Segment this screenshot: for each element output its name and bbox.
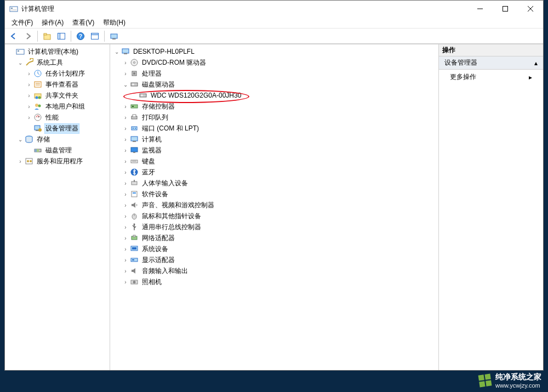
expand-icon[interactable]: › [121, 137, 130, 143]
tree-task-scheduler[interactable]: ›任务计划程序 [5, 68, 110, 79]
dev-soft-devices[interactable]: ›软件设备 [110, 189, 438, 200]
tree-services-apps[interactable]: ›服务和应用程序 [5, 156, 110, 167]
dev-bluetooth[interactable]: ›蓝牙 [110, 167, 438, 178]
dev-print-queue[interactable]: ›打印队列 [110, 112, 438, 123]
expand-icon[interactable]: › [121, 180, 130, 186]
dev-computer[interactable]: ›计算机 [110, 134, 438, 145]
back-button[interactable] [7, 30, 20, 43]
tree-device-manager[interactable]: 设备管理器 [5, 123, 110, 134]
collapse-icon[interactable]: ⌄ [121, 82, 130, 88]
expand-icon[interactable]: › [121, 126, 130, 132]
tree-system-tools[interactable]: ⌄系统工具 [5, 57, 110, 68]
up-button[interactable] [41, 30, 54, 43]
event-icon [33, 80, 42, 89]
dev-audio-io[interactable]: ›音频输入和输出 [110, 265, 438, 276]
expand-icon[interactable]: › [25, 93, 33, 99]
dev-camera[interactable]: ›照相机 [110, 276, 438, 287]
computer-icon [130, 135, 139, 144]
expand-icon[interactable]: › [121, 213, 130, 219]
dev-network[interactable]: ›网络适配器 [110, 232, 438, 243]
dev-disk-drives[interactable]: ⌄磁盘驱动器 [110, 79, 438, 90]
dev-audio[interactable]: ›声音、视频和游戏控制器 [110, 200, 438, 211]
svg-rect-65 [134, 180, 135, 182]
expand-icon[interactable]: › [121, 191, 130, 197]
tree-shared-folders[interactable]: ›共享文件夹 [5, 90, 110, 101]
expand-icon[interactable]: › [121, 279, 130, 285]
expand-icon[interactable]: › [121, 158, 130, 164]
expand-icon[interactable]: › [121, 224, 130, 230]
left-tree-panel: 计算机管理(本地) ⌄系统工具 ›任务计划程序 ›事件查看器 ›共享文件夹 ›本… [5, 44, 110, 370]
scan-button[interactable] [107, 30, 121, 43]
more-actions[interactable]: 更多操作 ▸ [439, 70, 543, 84]
window-title: 计算机管理 [21, 4, 467, 14]
expand-icon[interactable]: › [121, 71, 130, 77]
tree-event-viewer[interactable]: ›事件查看器 [5, 79, 110, 90]
dev-storage-ctrl[interactable]: ›存储控制器 [110, 101, 438, 112]
dev-processor[interactable]: ›处理器 [110, 68, 438, 79]
collapse-icon[interactable]: ⌄ [16, 60, 25, 66]
svg-point-49 [141, 94, 143, 96]
display-adapter-icon [130, 255, 139, 264]
dev-mouse[interactable]: ›鼠标和其他指针设备 [110, 211, 438, 221]
dev-sys-devices[interactable]: ›系统设备 [110, 243, 438, 254]
close-button[interactable] [518, 1, 543, 17]
tree-performance[interactable]: ›性能 [5, 112, 110, 123]
chevron-right-icon: ▸ [529, 73, 532, 81]
collapse-icon[interactable]: ⌄ [16, 137, 25, 143]
expand-icon[interactable]: › [25, 82, 33, 88]
expand-icon[interactable]: › [121, 104, 130, 110]
tree-root-local[interactable]: 计算机管理(本地) [5, 46, 110, 57]
expand-icon[interactable]: › [25, 71, 33, 77]
svg-rect-75 [132, 247, 136, 249]
help-button[interactable]: ? [74, 30, 87, 43]
expand-icon[interactable]: › [121, 115, 130, 121]
expand-icon[interactable]: › [121, 246, 130, 252]
tree-storage[interactable]: ⌄存储 [5, 134, 110, 145]
dev-display[interactable]: ›显示适配器 [110, 254, 438, 265]
menu-action[interactable]: 操作(A) [37, 17, 68, 29]
forward-button[interactable] [21, 30, 35, 43]
svg-rect-40 [122, 49, 129, 53]
collapse-icon: ▴ [534, 59, 538, 67]
dev-dvd[interactable]: ›DVD/CD-ROM 驱动器 [110, 57, 438, 68]
properties-button[interactable] [88, 30, 101, 43]
title-bar: 计算机管理 [5, 1, 543, 17]
svg-point-25 [38, 96, 41, 99]
expand-icon[interactable]: › [121, 60, 130, 66]
tree-local-users[interactable]: ›本地用户和组 [5, 101, 110, 112]
expand-icon[interactable]: › [16, 158, 25, 164]
svg-rect-20 [35, 82, 41, 87]
expand-icon[interactable]: › [25, 115, 33, 121]
dev-wdc-disk[interactable]: WDC WDS120G2G0A-00JH30 [110, 90, 438, 101]
show-hide-tree-button[interactable] [55, 30, 68, 43]
dev-monitor[interactable]: ›监视器 [110, 145, 438, 156]
menu-file[interactable]: 文件(F) [7, 17, 37, 29]
menu-help[interactable]: 帮助(H) [99, 17, 130, 29]
maximize-button[interactable] [493, 1, 518, 17]
tree-disk-mgmt[interactable]: 磁盘管理 [5, 145, 110, 156]
expand-icon[interactable]: › [121, 147, 130, 154]
svg-rect-2 [11, 9, 16, 10]
svg-point-79 [133, 281, 136, 283]
dev-ports[interactable]: ›端口 (COM 和 LPT) [110, 123, 438, 134]
svg-point-56 [135, 128, 136, 129]
expand-icon[interactable]: › [121, 235, 130, 241]
expand-icon[interactable]: › [121, 268, 130, 274]
svg-point-43 [134, 62, 135, 64]
expand-icon[interactable]: › [121, 202, 130, 208]
expand-icon[interactable]: › [25, 104, 33, 110]
expand-icon[interactable]: › [121, 169, 130, 175]
dev-root[interactable]: ⌄DESKTOP-HL0PLFL [110, 46, 438, 57]
minimize-button[interactable] [467, 1, 493, 17]
toolbar-separator [71, 31, 71, 42]
dev-keyboard[interactable]: ›键盘 [110, 156, 438, 167]
expand-icon[interactable]: › [121, 257, 130, 263]
menu-view[interactable]: 查看(V) [68, 17, 99, 29]
collapse-icon[interactable]: ⌄ [112, 49, 121, 55]
system-icon [130, 245, 139, 253]
menu-bar: 文件(F) 操作(A) 查看(V) 帮助(H) [5, 17, 543, 29]
svg-rect-58 [133, 141, 136, 142]
dev-hid[interactable]: ›人体学输入设备 [110, 178, 438, 189]
dev-usb[interactable]: ›通用串行总线控制器 [110, 221, 438, 232]
actions-section[interactable]: 设备管理器 ▴ [439, 56, 543, 70]
